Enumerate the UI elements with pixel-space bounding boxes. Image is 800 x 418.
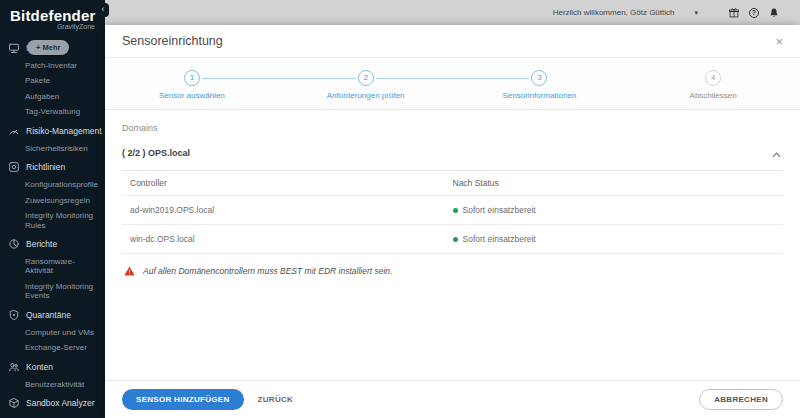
sidebar-item-label: Aufgaben: [25, 92, 59, 101]
step-connector: [376, 78, 530, 79]
user-menu[interactable]: Herzlich willkommen, Götz Güttich ▾: [553, 8, 698, 17]
sandbox-icon: [8, 397, 21, 410]
step-label: Anforderungen prüfen: [279, 91, 453, 100]
sidebar-item-label: Integrity Monitoring Events: [25, 282, 102, 301]
modal-footer: SENSOR HINZUFÜGEN ZURÜCK ABBRECHEN: [105, 380, 800, 418]
sidebar-item-label: Ransomware-Aktivität: [25, 257, 102, 276]
step-anforderungen-pruefen[interactable]: 2 Anforderungen prüfen: [279, 70, 453, 100]
sidebar-item-label: Berichte: [26, 238, 57, 249]
sidebar-item-integrity-monitoring-rules[interactable]: Integrity Monitoring Rules: [0, 208, 105, 233]
close-icon[interactable]: ×: [775, 35, 783, 48]
sidebar-item-ransomware-aktivitaet[interactable]: Ransomware-Aktivität: [0, 254, 105, 279]
controller-name: ad-win2019.OPS.local: [122, 205, 453, 215]
sidebar-item-richtlinien[interactable]: Richtlinien: [0, 158, 105, 177]
sidebar-item-label: Integrity Monitoring Rules: [25, 211, 102, 230]
table-row[interactable]: ad-win2019.OPS.local Sofort einsatzberei…: [122, 196, 783, 225]
status-text: Sofort einsatzbereit: [463, 205, 536, 215]
column-header-controller: Controller: [122, 178, 453, 188]
step-label: Sensor auswählen: [105, 91, 279, 100]
sidebar-item-sandbox-analyzer[interactable]: Sandbox Analyzer: [0, 394, 105, 413]
sidebar-item-konfigurationsprofile[interactable]: Konfigurationsprofile: [0, 177, 105, 192]
add-sensor-button[interactable]: SENSOR HINZUFÜGEN: [122, 389, 244, 410]
status-dot-icon: [453, 237, 458, 242]
bell-icon[interactable]: [768, 7, 780, 19]
wizard-steps: 1 Sensor auswählen 2 Anforderungen prüfe…: [105, 58, 800, 110]
sidebar-item-quarantaene[interactable]: Quarantäne: [0, 306, 105, 325]
domain-group-title: ( 2/2 ) OPS.local: [122, 148, 772, 158]
sidebar-item-berichte[interactable]: Berichte: [0, 235, 105, 254]
sidebar-item-tag-verwaltung[interactable]: Tag-Verwaltung: [0, 104, 105, 119]
chevron-up-icon[interactable]: [772, 144, 781, 162]
reports-icon: [8, 238, 21, 251]
table-row[interactable]: win-dc.OPS.local Sofort einsatzbereit: [122, 225, 783, 254]
sidebar-item-label: Tag-Verwaltung: [25, 107, 80, 116]
sidebar-item-konten[interactable]: Konten: [0, 358, 105, 377]
domain-group-header[interactable]: ( 2/2 ) OPS.local: [122, 133, 783, 171]
sidebar-item-exchange-server[interactable]: Exchange-Server: [0, 340, 105, 355]
status-dot-icon: [453, 208, 458, 213]
brand-name: Bitdefender: [10, 7, 95, 24]
sidebar-item-patch-inventar[interactable]: Patch-Inventar: [0, 58, 105, 73]
step-label: Abschliessen: [626, 91, 800, 100]
sidebar-item-pakete[interactable]: Pakete: [0, 73, 105, 88]
step-sensor-auswaehlen[interactable]: 1 Sensor auswählen: [105, 70, 279, 100]
step-number: 2: [358, 70, 374, 86]
gift-icon[interactable]: [728, 7, 740, 19]
help-glyph: ?: [749, 8, 759, 18]
welcome-text: Herzlich willkommen, Götz Güttich: [553, 8, 675, 17]
modal-header: Sensoreinrichtung ×: [105, 25, 800, 58]
step-number: 4: [705, 70, 721, 86]
topbar: Herzlich willkommen, Götz Güttich ▾ ?: [105, 0, 800, 25]
sidebar-item-label: Zuweisungsregeln: [25, 196, 90, 205]
sidebar-item-label: Risiko-Management: [26, 125, 102, 136]
sidebar-item-aufgaben[interactable]: Aufgaben: [0, 89, 105, 104]
sidebar-item-label: Sandbox Analyzer: [26, 397, 95, 408]
sensor-setup-modal: Sensoreinrichtung × 1 Sensor auswählen 2…: [105, 25, 800, 418]
sidebar-item-benutzeraktivitaet[interactable]: Benutzeraktivität: [0, 377, 105, 392]
brand-logo: Bitdefender GravityZone: [0, 0, 105, 34]
modal-content: Domains ( 2/2 ) OPS.local Controller Nac…: [105, 123, 800, 276]
step-sensorinformationen[interactable]: 3 Sensorinformationen: [453, 70, 627, 100]
policies-icon: [8, 161, 21, 174]
more-badge[interactable]: + Mehr: [27, 40, 69, 55]
back-button[interactable]: ZURÜCK: [258, 395, 294, 404]
sidebar-item-integrity-monitoring-events[interactable]: Integrity Monitoring Events: [0, 279, 105, 304]
sidebar-item-label: Exchange-Server: [25, 343, 87, 352]
sidebar-item-risiko-management[interactable]: Risiko-Management: [0, 122, 105, 141]
sidebar-item-manuelle-uebermittlung[interactable]: Manuelle Übermittlung: [0, 413, 105, 418]
step-number: 3: [531, 70, 547, 86]
sidebar-item-label: Richtlinien: [26, 161, 65, 172]
column-header-status: Nach Status: [453, 178, 784, 188]
sidebar-item-computer-und-vms[interactable]: Computer und VMs: [0, 325, 105, 340]
controller-name: win-dc.OPS.local: [122, 234, 453, 244]
sidebar-item-zuweisungsregeln[interactable]: Zuweisungsregeln: [0, 193, 105, 208]
controller-status: Sofort einsatzbereit: [453, 205, 784, 215]
step-number: 1: [184, 70, 200, 86]
sidebar-item-sicherheitsrisiken[interactable]: Sicherheitsrisiken: [0, 141, 105, 156]
table-header: Controller Nach Status: [122, 171, 783, 196]
quarantine-icon: [8, 309, 21, 322]
step-label: Sensorinformationen: [453, 91, 627, 100]
sidebar-item-label: Sicherheitsrisiken: [25, 144, 88, 153]
sidebar-item-label: Benutzeraktivität: [25, 380, 84, 389]
sidebar: Bitdefender GravityZone Netzwerk Patch-I…: [0, 0, 105, 418]
topbar-icons: ?: [728, 7, 780, 19]
warning-message: Auf allen Domänencontrollern muss BEST m…: [122, 266, 783, 276]
sidebar-nav: Netzwerk Patch-Inventar Pakete Aufgaben …: [0, 39, 105, 418]
help-icon[interactable]: ?: [748, 7, 760, 19]
sidebar-item-label: Quarantäne: [26, 309, 71, 320]
brand-product: GravityZone: [10, 23, 95, 30]
step-connector: [202, 78, 356, 79]
sidebar-item-label: Konten: [26, 361, 53, 372]
sidebar-collapse-icon[interactable]: ‹: [97, 3, 109, 17]
controller-status: Sofort einsatzbereit: [453, 234, 784, 244]
accounts-icon: [8, 361, 21, 374]
step-abschliessen[interactable]: 4 Abschliessen: [626, 70, 800, 100]
cancel-button[interactable]: ABBRECHEN: [699, 389, 783, 410]
chevron-down-icon: ▾: [694, 9, 698, 17]
risk-icon: [8, 125, 21, 138]
sidebar-item-label: Pakete: [25, 76, 50, 85]
warning-text: Auf allen Domänencontrollern muss BEST m…: [143, 266, 392, 276]
network-icon: [8, 42, 21, 55]
status-text: Sofort einsatzbereit: [463, 234, 536, 244]
